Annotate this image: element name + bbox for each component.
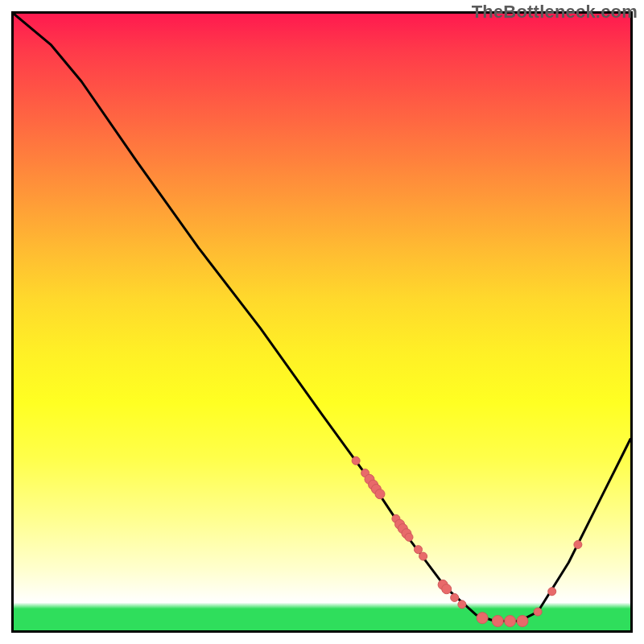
data-point: [534, 608, 542, 616]
data-points: [352, 456, 582, 626]
data-point: [505, 616, 516, 627]
watermark-label: TheBottleneck.com: [472, 2, 638, 23]
data-point: [352, 456, 360, 464]
data-point: [517, 616, 528, 627]
data-point: [477, 613, 488, 624]
data-point: [451, 593, 459, 601]
data-point: [415, 546, 423, 554]
data-point: [419, 552, 427, 560]
data-point: [405, 533, 413, 541]
data-point: [492, 616, 503, 627]
plot-area: [11, 11, 633, 633]
data-point: [442, 584, 452, 594]
data-point: [548, 588, 556, 596]
data-point: [574, 541, 582, 549]
data-point: [375, 489, 385, 499]
chart-container: TheBottleneck.com: [0, 0, 644, 644]
data-point: [458, 601, 466, 609]
curve-line: [14, 14, 630, 621]
chart-svg: [14, 14, 630, 630]
